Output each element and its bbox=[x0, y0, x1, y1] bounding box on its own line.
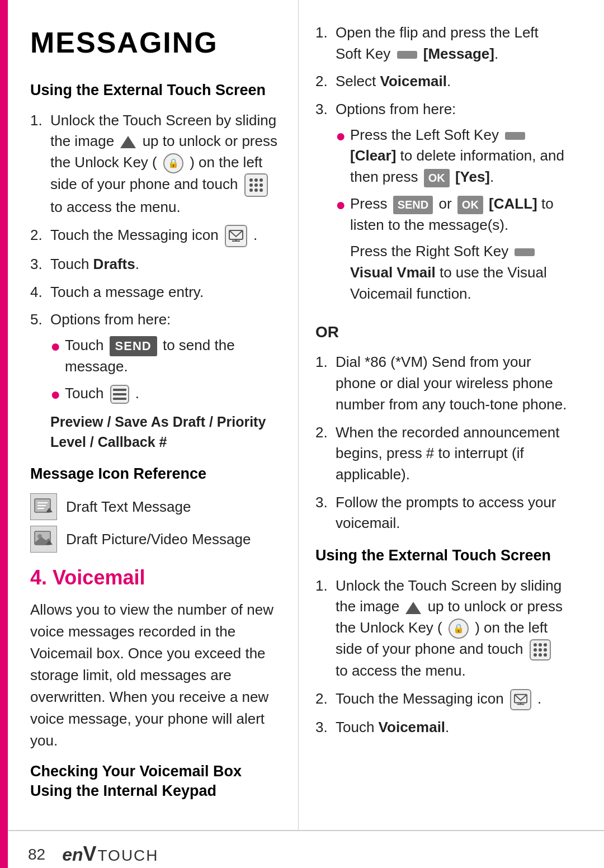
page: MESSAGING Using the External Touch Scree… bbox=[0, 0, 604, 868]
brand-logo: en V TOUCH bbox=[62, 840, 158, 868]
bullet-item: Press the Right Soft Key Visual Vmail to… bbox=[336, 241, 567, 304]
step-num: 2. bbox=[30, 225, 50, 247]
options-bullets-right: ● Press the Left Soft Key [Clear] to del… bbox=[336, 125, 567, 305]
step-num: 3. bbox=[315, 99, 336, 310]
list-item: 3. Options from here: ● Press the Left S… bbox=[315, 99, 567, 310]
menu-lines bbox=[113, 389, 126, 400]
step-num: 1. bbox=[315, 22, 336, 64]
section-using-external-title: Using the External Touch Screen bbox=[30, 80, 281, 101]
draft-picture-icon bbox=[30, 526, 57, 553]
list-item: 3. Touch Voicemail. bbox=[315, 717, 567, 738]
bullet-dot: ● bbox=[336, 192, 350, 217]
message-icon-ref-title: Message Icon Reference bbox=[30, 464, 281, 485]
icon-ref-row: Draft Picture/Video Message bbox=[30, 526, 281, 553]
bullet-item: ● Press SEND or OK [CALL] to listen to t… bbox=[336, 194, 567, 235]
list-item: 3. Follow the prompts to access your voi… bbox=[315, 492, 567, 534]
list-item: 4. Touch a message entry. bbox=[30, 282, 281, 303]
drafts-label: Drafts bbox=[93, 256, 135, 272]
external-steps-list: 1. Unlock the Touch Screen by sliding th… bbox=[30, 110, 281, 452]
step-content: Options from here: ● Touch SEND to send … bbox=[50, 309, 281, 452]
left-column: MESSAGING Using the External Touch Scree… bbox=[8, 0, 299, 830]
step-num: 3. bbox=[30, 254, 50, 275]
internal-keypad-list: 1. Open the flip and press the Left Soft… bbox=[315, 22, 567, 310]
step-num: 2. bbox=[315, 71, 336, 92]
list-item: 1. Unlock the Touch Screen by sliding th… bbox=[30, 110, 281, 218]
sub-heading: Preview / Save As Draft / Priority Level… bbox=[50, 412, 281, 452]
step-num: 2. bbox=[315, 422, 336, 485]
bullet-item: ● Press the Left Soft Key [Clear] to del… bbox=[336, 125, 567, 188]
draft-picture-label: Draft Picture/Video Message bbox=[66, 529, 251, 549]
ext-touch-screen-title-right: Using the External Touch Screen bbox=[315, 545, 567, 567]
options-bullets: ● Touch SEND to send the message. ● Touc… bbox=[50, 335, 281, 406]
left-bar bbox=[0, 0, 8, 868]
bullet-text: Press SEND or OK [CALL] to listen to the… bbox=[350, 194, 567, 235]
step-content: Touch Drafts. bbox=[50, 254, 281, 275]
icon-ref-row: Draft Text Message bbox=[30, 493, 281, 520]
bullet-dot: ● bbox=[50, 334, 65, 358]
lock-key-icon bbox=[449, 619, 469, 639]
step-num: 4. bbox=[30, 282, 50, 303]
right-column: 1. Open the flip and press the Left Soft… bbox=[299, 0, 589, 830]
step-content: Unlock the Touch Screen by sliding the i… bbox=[336, 575, 567, 682]
bullet-text: Press the Right Soft Key Visual Vmail to… bbox=[350, 241, 567, 304]
bullet-dot: ● bbox=[50, 382, 65, 407]
voicemail-step-label: Voicemail bbox=[379, 719, 445, 735]
voicemail-section-title: 4. Voicemail bbox=[30, 564, 281, 592]
list-item: 1. Dial *86 (*VM) Send from your phone o… bbox=[315, 352, 567, 415]
message-label: [Message] bbox=[423, 45, 494, 62]
list-item: 2. Touch the Messaging icon . bbox=[30, 225, 281, 247]
draft-text-label: Draft Text Message bbox=[66, 497, 191, 517]
step-num: 2. bbox=[315, 688, 336, 710]
visual-vmail-label: Visual Vmail bbox=[350, 264, 436, 281]
list-item: 3. Touch Drafts. bbox=[30, 254, 281, 275]
bullet-item: ● Touch . bbox=[50, 383, 281, 407]
messaging-icon-right bbox=[510, 689, 531, 710]
step-content: Open the flip and press the Left Soft Ke… bbox=[336, 22, 567, 64]
voicemail-label: Voicemail bbox=[380, 73, 447, 89]
list-item: 2. Touch the Messaging icon . bbox=[315, 688, 567, 710]
options-menu-icon bbox=[110, 385, 129, 404]
message-icon-section: Draft Text Message Draft Picture/Video M… bbox=[30, 493, 281, 553]
page-number: 82 bbox=[28, 843, 45, 865]
page-title: MESSAGING bbox=[30, 22, 281, 63]
soft-key-icon bbox=[505, 132, 525, 140]
list-item: 5. Options from here: ● Touch SEND to se… bbox=[30, 309, 281, 452]
voicemail-description: Allows you to view the number of new voi… bbox=[30, 599, 281, 752]
step-num: 5. bbox=[30, 309, 50, 452]
step-content: Dial *86 (*VM) Send from your phone or d… bbox=[336, 352, 567, 415]
list-item: 1. Unlock the Touch Screen by sliding th… bbox=[315, 575, 567, 682]
bullet-dot: ● bbox=[336, 124, 350, 148]
step-num: 1. bbox=[315, 575, 336, 682]
dots-grid bbox=[249, 178, 263, 192]
or-label: OR bbox=[315, 321, 567, 343]
brand-en: en bbox=[62, 842, 83, 867]
send-button-label: SEND bbox=[110, 336, 157, 356]
alt-steps-list: 1. Dial *86 (*VM) Send from your phone o… bbox=[315, 352, 567, 534]
dots-grid bbox=[534, 643, 547, 657]
list-item: 2. Select Voicemail. bbox=[315, 71, 567, 92]
step-content: Select Voicemail. bbox=[336, 71, 567, 92]
content: MESSAGING Using the External Touch Scree… bbox=[0, 0, 604, 830]
ok-key: OK bbox=[457, 196, 483, 214]
step-content: Follow the prompts to access your voicem… bbox=[336, 492, 567, 534]
menu-grid-icon bbox=[244, 173, 268, 197]
draft-text-icon bbox=[30, 493, 57, 520]
list-item: 1. Open the flip and press the Left Soft… bbox=[315, 22, 567, 64]
bullet-text: Touch . bbox=[65, 383, 139, 404]
list-item: 2. When the recorded announcement begins… bbox=[315, 422, 567, 485]
yes-label: [Yes] bbox=[455, 168, 490, 185]
up-arrow-icon bbox=[405, 602, 421, 614]
step-num: 3. bbox=[315, 492, 336, 534]
call-label: [CALL] bbox=[489, 195, 537, 212]
bullet-text: Press the Left Soft Key [Clear] to delet… bbox=[350, 125, 567, 188]
brand-v: V bbox=[83, 840, 97, 868]
send-key: SEND bbox=[393, 196, 433, 214]
lock-key-icon bbox=[163, 153, 183, 173]
soft-key-icon bbox=[515, 248, 535, 256]
checking-voicemail-title: Checking Your Voicemail Box Using the In… bbox=[30, 762, 281, 801]
step-num: 1. bbox=[30, 110, 50, 218]
step-content: Touch Voicemail. bbox=[336, 717, 567, 738]
bullet-text: Touch SEND to send the message. bbox=[65, 335, 281, 378]
step-content: Touch the Messaging icon . bbox=[336, 688, 567, 710]
step-content: Options from here: ● Press the Left Soft… bbox=[336, 99, 567, 310]
